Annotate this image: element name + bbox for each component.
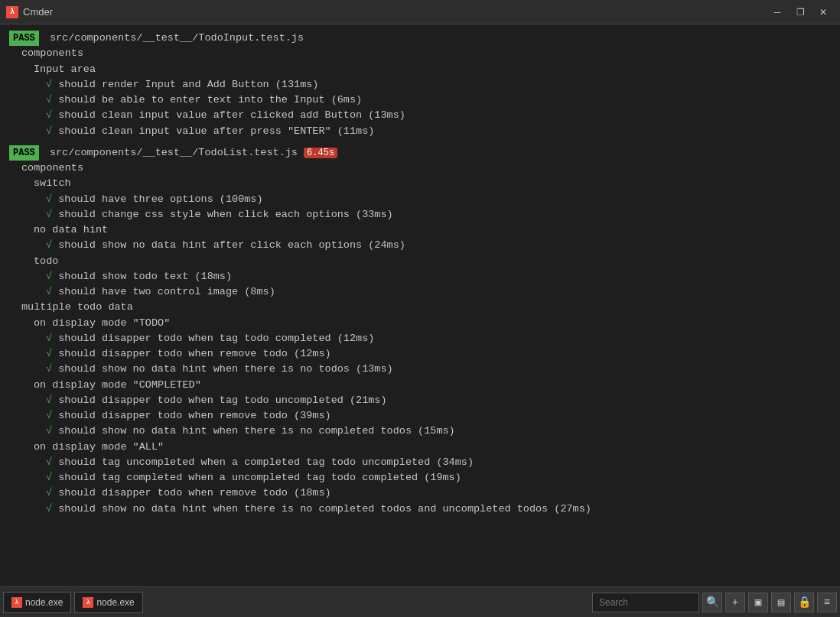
test-description: should show todo text (18ms) xyxy=(58,271,232,282)
test-description: should show no data hint when there is n… xyxy=(58,425,454,437)
terminal-line: √ should render Input and Add Button (13… xyxy=(9,77,831,93)
check-icon: √ xyxy=(46,487,58,498)
check-icon: √ xyxy=(46,286,58,297)
check-icon: √ xyxy=(46,456,58,468)
terminal-line: √ should clean input value after press "… xyxy=(9,124,831,139)
test-description: should disapper todo when tag todo uncom… xyxy=(58,395,386,406)
test-description: should disapper todo when tag todo compl… xyxy=(58,333,374,344)
terminal: PASS src/components/__test__/TodoInput.t… xyxy=(0,24,840,586)
check-icon: √ xyxy=(46,395,58,406)
window-controls: ─ ❐ ✕ xyxy=(767,5,834,20)
terminal-line: PASS src/components/__test__/TodoInput.t… xyxy=(9,31,831,46)
terminal-line: √ should tag uncompleted when a complete… xyxy=(9,455,831,470)
file-path: src/components/__test__/TodoInput.test.j… xyxy=(44,32,304,44)
terminal-line: √ should disapper todo when remove todo … xyxy=(9,485,831,501)
check-icon: √ xyxy=(46,271,58,282)
terminal-line: no data hint xyxy=(9,222,831,238)
test-description: should show no data hint when there is n… xyxy=(58,363,392,375)
terminal-line: √ should disapper todo when tag todo com… xyxy=(9,331,831,346)
terminal-line: switch xyxy=(9,176,831,191)
close-button[interactable]: ✕ xyxy=(812,5,834,20)
test-description: should disapper todo when remove todo (3… xyxy=(58,410,330,421)
terminal-line: todo xyxy=(9,254,831,269)
check-icon: √ xyxy=(46,209,58,220)
check-icon: √ xyxy=(46,79,58,90)
test-description: should disapper todo when remove todo (1… xyxy=(58,487,330,498)
add-tab-btn[interactable]: + xyxy=(725,593,745,612)
taskbar-tab-1[interactable]: λ node.exe xyxy=(3,592,71,613)
test-description: should show no data hint after click eac… xyxy=(58,239,405,251)
test-description: should have three options (100ms) xyxy=(58,193,262,205)
tab1-label: node.exe xyxy=(25,597,63,608)
test-description: should be able to enter text into the In… xyxy=(58,94,362,106)
check-icon: √ xyxy=(46,425,58,437)
check-icon: √ xyxy=(46,94,58,106)
tab2-label: node.exe xyxy=(96,597,134,608)
taskbar: λ node.exe λ node.exe 🔍 + ▣ ▤ 🔒 ≡ xyxy=(0,586,840,617)
terminal-line: √ should disapper todo when remove todo … xyxy=(9,346,831,362)
layout-btn-1[interactable]: ▣ xyxy=(748,593,768,612)
file-path: src/components/__test__/TodoList.test.js xyxy=(44,147,304,158)
terminal-line: √ should change css style when click eac… xyxy=(9,207,831,222)
pass-badge: PASS xyxy=(9,31,39,46)
terminal-line: components xyxy=(9,46,831,61)
check-icon: √ xyxy=(46,239,58,251)
minimize-button[interactable]: ─ xyxy=(767,5,788,20)
check-icon: √ xyxy=(46,333,58,344)
check-icon: √ xyxy=(46,363,58,375)
terminal-line: √ should clean input value after clicked… xyxy=(9,108,831,123)
check-icon: √ xyxy=(46,410,58,421)
pass-badge: PASS xyxy=(9,145,39,161)
test-description: should tag completed when a uncompleted … xyxy=(58,472,461,483)
terminal-line: √ should tag completed when a uncomplete… xyxy=(9,470,831,485)
taskbar-tab-2[interactable]: λ node.exe xyxy=(74,592,142,613)
terminal-line: PASS src/components/__test__/TodoList.te… xyxy=(9,145,831,161)
terminal-line: √ should show no data hint after click e… xyxy=(9,238,831,253)
title-bar: λ Cmder ─ ❐ ✕ xyxy=(0,0,840,24)
terminal-line: on display mode "TODO" xyxy=(9,316,831,331)
test-description: should have two control image (8ms) xyxy=(58,286,275,297)
check-icon: √ xyxy=(46,125,58,137)
title-icon: λ xyxy=(6,6,18,18)
lock-btn[interactable]: 🔒 xyxy=(794,593,814,612)
restore-button[interactable]: ❐ xyxy=(790,5,811,20)
terminal-line: √ should disapper todo when tag todo unc… xyxy=(9,393,831,408)
test-description: should disapper todo when remove todo (1… xyxy=(58,348,330,359)
title-left: λ Cmder xyxy=(6,6,53,18)
check-icon: √ xyxy=(46,503,58,515)
test-description: should show no data hint when there is n… xyxy=(58,503,591,515)
test-description: should render Input and Add Button (131m… xyxy=(58,79,318,90)
title-text: Cmder xyxy=(23,6,53,18)
test-description: should tag uncompleted when a completed … xyxy=(58,456,474,468)
test-description: should clean input value after press "EN… xyxy=(58,125,374,137)
check-icon: √ xyxy=(46,109,58,121)
menu-btn[interactable]: ≡ xyxy=(817,593,837,612)
terminal-line: Input area xyxy=(9,62,831,77)
terminal-line xyxy=(9,139,831,145)
terminal-line: √ should have three options (100ms) xyxy=(9,192,831,207)
check-icon: √ xyxy=(46,472,58,483)
tab1-icon: λ xyxy=(11,597,22,608)
search-area: 🔍 + ▣ ▤ 🔒 ≡ xyxy=(592,593,837,612)
search-icon-btn[interactable]: 🔍 xyxy=(702,593,722,612)
terminal-line: √ should show no data hint when there is… xyxy=(9,502,831,517)
terminal-line: on display mode "COMPLETED" xyxy=(9,378,831,393)
test-description: should clean input value after clicked a… xyxy=(58,109,405,121)
terminal-line: √ should be able to enter text into the … xyxy=(9,93,831,108)
check-icon: √ xyxy=(46,193,58,205)
check-icon: √ xyxy=(46,348,58,359)
layout-btn-2[interactable]: ▤ xyxy=(771,593,791,612)
timing-badge: 6.45s xyxy=(304,148,337,158)
search-input[interactable] xyxy=(592,593,699,612)
terminal-line: √ should show todo text (18ms) xyxy=(9,269,831,284)
terminal-line: on display mode "ALL" xyxy=(9,440,831,455)
terminal-line: multiple todo data xyxy=(9,300,831,315)
terminal-line: √ should have two control image (8ms) xyxy=(9,284,831,300)
terminal-line: √ should show no data hint when there is… xyxy=(9,362,831,377)
terminal-line: √ should disapper todo when remove todo … xyxy=(9,408,831,424)
terminal-line: components xyxy=(9,161,831,176)
test-description: should change css style when click each … xyxy=(58,209,392,220)
terminal-line: √ should show no data hint when there is… xyxy=(9,424,831,439)
tab2-icon: λ xyxy=(83,597,93,608)
